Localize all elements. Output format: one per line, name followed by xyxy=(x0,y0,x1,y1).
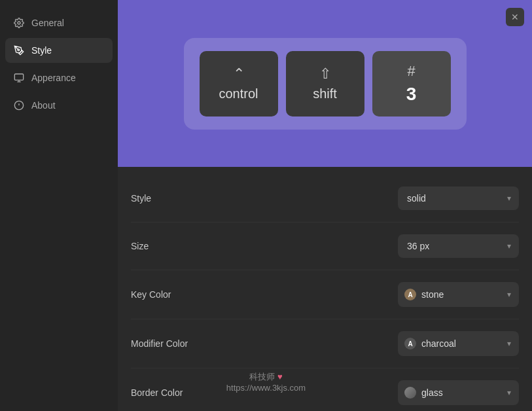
main-content: ✕ ⌃ control ⇧ shift # 3 xyxy=(118,0,532,411)
style-label: Style xyxy=(131,193,151,204)
size-select[interactable]: 24 px 30 px 36 px 42 px 48 px xyxy=(398,234,519,258)
svg-rect-2 xyxy=(14,74,23,80)
key-color-row: Key Color A stone ▾ xyxy=(131,270,519,319)
preview-area: ⌃ control ⇧ shift # 3 xyxy=(118,0,532,167)
modifier-color-dot: A xyxy=(404,338,416,349)
style-select-wrapper[interactable]: solid outline flat ▾ xyxy=(398,187,519,210)
sidebar-item-appearance[interactable]: Apperance xyxy=(5,65,113,90)
hash-label: 3 xyxy=(406,84,417,105)
key-color-label: Key Color xyxy=(131,289,171,300)
keys-container: ⌃ control ⇧ shift # 3 xyxy=(184,38,467,130)
modifier-color-label: Modifier Color xyxy=(131,338,188,349)
info-icon xyxy=(13,99,25,111)
border-color-value: glass xyxy=(421,387,443,398)
hash-icon: # xyxy=(407,63,415,80)
sidebar-item-about[interactable]: About xyxy=(5,93,113,118)
border-color-select[interactable]: glass ▾ xyxy=(398,380,519,405)
sidebar-item-general-label: General xyxy=(31,18,64,28)
hash-key: # 3 xyxy=(372,51,451,116)
modifier-color-select[interactable]: A charcoal ▾ xyxy=(398,331,519,356)
control-label: control xyxy=(219,86,258,101)
border-color-label: Border Color xyxy=(131,387,183,398)
settings-area: Style solid outline flat ▾ Size 24 px 30 xyxy=(118,167,532,411)
shift-icon: ⇧ xyxy=(319,65,331,82)
border-color-dot xyxy=(404,387,416,399)
shift-key: ⇧ shift xyxy=(286,51,364,116)
size-select-wrapper[interactable]: 24 px 30 px 36 px 42 px 48 px ▾ xyxy=(398,234,519,258)
sidebar-item-style-label: Style xyxy=(31,45,52,56)
modifier-color-value: charcoal xyxy=(421,338,456,349)
key-color-dot: A xyxy=(404,289,416,300)
chevron-down-icon: ▾ xyxy=(507,339,511,348)
gear-icon xyxy=(13,17,25,29)
shift-label: shift xyxy=(313,86,337,101)
modifier-color-row: Modifier Color A charcoal ▾ xyxy=(131,319,519,368)
border-color-row: Border Color glass ▾ xyxy=(131,368,519,411)
sidebar-item-general[interactable]: General xyxy=(5,10,113,35)
key-color-value: stone xyxy=(421,289,444,300)
control-key: ⌃ control xyxy=(200,51,278,116)
chevron-down-icon: ▾ xyxy=(507,290,511,299)
svg-point-1 xyxy=(18,49,20,51)
key-color-select[interactable]: A stone ▾ xyxy=(398,282,519,307)
sidebar-item-appearance-label: Apperance xyxy=(31,73,76,83)
chevron-down-icon: ▾ xyxy=(507,388,511,397)
sidebar-item-style[interactable]: Style xyxy=(5,38,113,63)
size-row: Size 24 px 30 px 36 px 42 px 48 px ▾ xyxy=(131,223,519,270)
style-select[interactable]: solid outline flat xyxy=(398,187,519,210)
control-icon: ⌃ xyxy=(233,65,245,82)
close-button[interactable]: ✕ xyxy=(506,8,524,26)
sidebar-item-about-label: About xyxy=(31,100,56,111)
style-row: Style solid outline flat ▾ xyxy=(131,175,519,223)
size-label: Size xyxy=(131,241,149,251)
app-container: General Style Apperance xyxy=(0,0,532,411)
sidebar: General Style Apperance xyxy=(0,0,118,411)
svg-point-0 xyxy=(18,22,20,24)
brush-icon xyxy=(13,45,25,56)
monitor-icon xyxy=(13,72,25,84)
